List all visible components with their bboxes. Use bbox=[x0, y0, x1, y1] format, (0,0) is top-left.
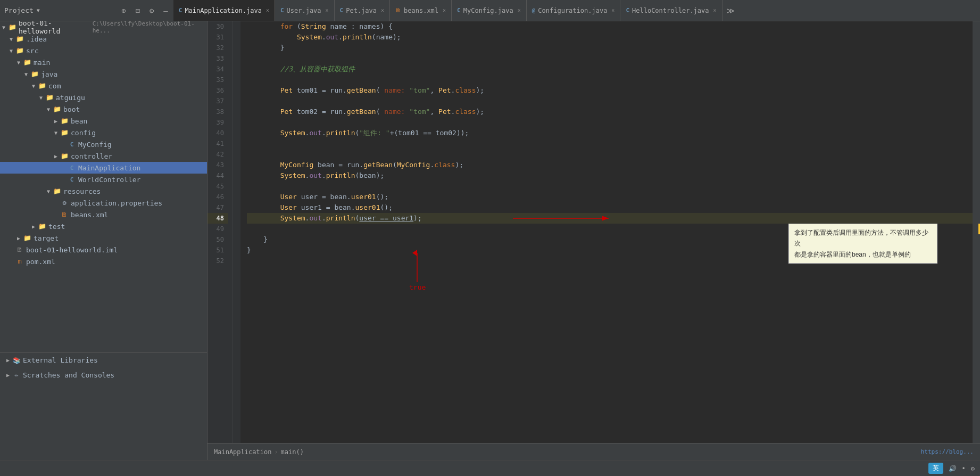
mainapplication-label: MainApplication bbox=[78, 164, 140, 172]
scratches-label: Scratches and Consoles bbox=[23, 371, 114, 379]
more-tabs-icon[interactable]: ≫ bbox=[722, 6, 739, 15]
breadcrumb-separator: › bbox=[274, 448, 278, 456]
line-num-46: 46 bbox=[207, 192, 228, 202]
tree-pom[interactable]: m pom.xml bbox=[0, 256, 207, 267]
tab-user[interactable]: C User.java × bbox=[275, 0, 335, 21]
tree-config[interactable]: ▼ 📁 config bbox=[0, 127, 207, 138]
java-label: java bbox=[41, 70, 57, 78]
line-num-39: 39 bbox=[207, 117, 228, 128]
tree-arrow-beansxml bbox=[52, 212, 60, 218]
idea-label: .idea bbox=[26, 35, 47, 43]
annotation-region: true bbox=[247, 266, 973, 298]
tab-beans-xml[interactable]: 🗎 beans.xml × bbox=[390, 0, 452, 21]
tree-test[interactable]: ▶ 📁 test bbox=[0, 220, 207, 232]
java-icon: C bbox=[179, 7, 182, 14]
tree-resources[interactable]: ▼ 📁 resources bbox=[0, 185, 207, 197]
java-icon: C bbox=[340, 7, 344, 14]
project-dropdown-icon[interactable]: ▼ bbox=[37, 7, 40, 13]
boot-folder-icon: 📁 bbox=[52, 105, 62, 113]
tree-src[interactable]: ▼ 📁 src bbox=[0, 45, 207, 56]
tab-close-icon[interactable]: × bbox=[266, 7, 269, 13]
tab-label: MainApplication.java bbox=[185, 7, 262, 14]
title-bar-icons: ⊕ ⊟ ⚙ — bbox=[121, 6, 168, 15]
tree-application-properties[interactable]: ⚙ application.properties bbox=[0, 197, 207, 209]
beansxml-icon: 🗎 bbox=[60, 211, 69, 218]
tree-controller[interactable]: ▶ 📁 controller bbox=[0, 150, 207, 162]
bottom-bar-right: 英 🔊 • ⚙ bbox=[928, 463, 975, 474]
tree-arrow-idea: ▼ bbox=[7, 36, 15, 42]
tab-configuration[interactable]: @ Configuration.java × bbox=[527, 0, 621, 21]
sidebar-external-libraries[interactable]: ▶ 📚 External Libraries bbox=[0, 352, 207, 367]
tree-arrow-mainapplication bbox=[60, 165, 67, 171]
java-folder-icon: 📁 bbox=[30, 70, 39, 78]
bottom-icon-1[interactable]: 🔊 bbox=[949, 465, 957, 472]
code-line-36: Pet tom01 = run.getBean( name: "tom", Pe… bbox=[247, 85, 973, 96]
tree-idea[interactable]: ▼ 📁 .idea bbox=[0, 33, 207, 45]
tree-beans-xml[interactable]: 🗎 beans.xml bbox=[0, 209, 207, 220]
bottom-icon-2[interactable]: • bbox=[962, 465, 966, 472]
project-label[interactable]: Project bbox=[4, 6, 34, 14]
tree-root[interactable]: ▼ 📁 boot-01-helloworld C:\Users\lfy\Desk… bbox=[0, 21, 207, 33]
tree-iml[interactable]: 🗎 boot-01-helloworld.iml bbox=[0, 244, 207, 256]
tab-myconfig[interactable]: C MyConfig.java × bbox=[452, 0, 527, 21]
code-line-30: for (String name : names) { bbox=[247, 21, 973, 32]
bottom-icon-3[interactable]: ⚙ bbox=[971, 465, 975, 472]
main-label: main bbox=[34, 59, 50, 67]
tab-close-icon[interactable]: × bbox=[518, 7, 521, 13]
tab-close-icon[interactable]: × bbox=[713, 7, 717, 13]
code-line-34: //3、从容器中获取组件 bbox=[247, 64, 973, 75]
code-line-37 bbox=[247, 96, 973, 106]
code-line-39 bbox=[247, 117, 973, 128]
src-folder-icon: 📁 bbox=[15, 47, 24, 54]
tab-main-application[interactable]: C MainApplication.java × bbox=[173, 0, 275, 21]
tree-myconfig[interactable]: C MyConfig bbox=[0, 138, 207, 150]
bean-label: bean bbox=[71, 117, 87, 125]
sidebar-scratches[interactable]: ▶ ✏ Scratches and Consoles bbox=[0, 367, 207, 382]
locate-icon[interactable]: ⊕ bbox=[121, 6, 126, 15]
line-num-35: 35 bbox=[207, 75, 228, 85]
resources-label: resources bbox=[63, 187, 101, 195]
title-bar-left: Project ▼ bbox=[4, 6, 89, 14]
tree-main-application[interactable]: C MainApplication bbox=[0, 162, 207, 174]
tree-arrow-bean: ▶ bbox=[52, 118, 60, 124]
properties-icon: ⚙ bbox=[60, 199, 69, 207]
tab-close-icon[interactable]: × bbox=[326, 7, 329, 13]
tree-java[interactable]: ▼ 📁 java bbox=[0, 68, 207, 80]
tree-com[interactable]: ▼ 📁 com bbox=[0, 80, 207, 92]
tab-pet[interactable]: C Pet.java × bbox=[335, 0, 390, 21]
tree-boot[interactable]: ▼ 📁 boot bbox=[0, 103, 207, 115]
settings-icon[interactable]: ⚙ bbox=[150, 6, 154, 15]
breadcrumb-method: main() bbox=[281, 448, 304, 456]
java-icon: @ bbox=[532, 7, 536, 14]
tab-label: HelloController.java bbox=[632, 7, 709, 14]
code-editor[interactable]: 30 31 32 33 34 35 36 37 38 39 40 41 42 4… bbox=[207, 21, 980, 443]
tree-bean[interactable]: ▶ 📁 bean bbox=[0, 115, 207, 127]
minimize-icon[interactable]: — bbox=[163, 6, 168, 15]
tree-arrow-src: ▼ bbox=[7, 48, 15, 54]
mainapplication-java-icon: C bbox=[67, 165, 77, 171]
lang-button[interactable]: 英 bbox=[928, 463, 943, 474]
tab-close-icon[interactable]: × bbox=[611, 7, 614, 13]
line-num-43: 43 bbox=[207, 160, 228, 170]
scratches-arrow: ▶ bbox=[4, 372, 12, 378]
tab-label: MyConfig.java bbox=[463, 7, 513, 14]
line-num-49: 49 bbox=[207, 224, 228, 234]
resources-folder-icon: 📁 bbox=[52, 187, 62, 195]
tab-close-icon[interactable]: × bbox=[443, 7, 446, 13]
xml-icon: 🗎 bbox=[395, 7, 401, 14]
test-label: test bbox=[48, 223, 65, 231]
appprops-label: application.properties bbox=[71, 199, 162, 207]
tab-hello-controller[interactable]: C HelloController.java × bbox=[620, 0, 722, 21]
tree-worldcontroller[interactable]: C WorldController bbox=[0, 174, 207, 185]
tree-arrow-test: ▶ bbox=[30, 224, 37, 229]
tree-main[interactable]: ▼ 📁 main bbox=[0, 56, 207, 68]
line-num-33: 33 bbox=[207, 53, 228, 64]
arrow-right bbox=[513, 212, 619, 225]
tab-close-icon[interactable]: × bbox=[381, 7, 384, 13]
tree-atguigu[interactable]: ▼ 📁 atguigu bbox=[0, 92, 207, 103]
tree-arrow-appprops bbox=[52, 200, 60, 206]
annotation-text: 拿到了配置类后调用里面的方法，不管调用多少次都是拿的容器里面的bean，也就是单… bbox=[794, 229, 928, 258]
tree-target[interactable]: ▶ 📁 target bbox=[0, 232, 207, 244]
tree-arrow-boot: ▼ bbox=[45, 106, 52, 112]
layout-icon[interactable]: ⊟ bbox=[135, 6, 139, 15]
